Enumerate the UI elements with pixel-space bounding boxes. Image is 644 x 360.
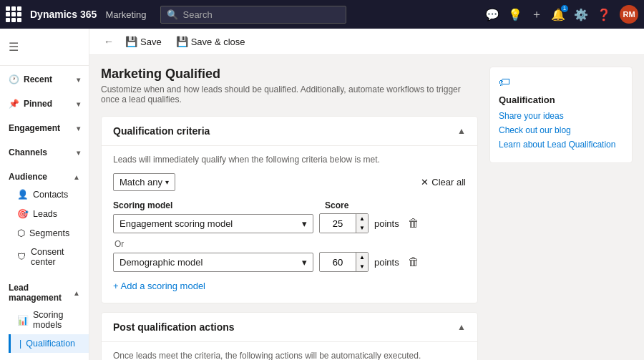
post-qual-card-header[interactable]: Post qualification actions ▲ (102, 313, 477, 342)
save-button[interactable]: 💾 Save (119, 33, 167, 50)
main-content: ← 💾 Save 💾 Save & close Marketing Qualif… (89, 29, 644, 360)
scoring-row-2: Demographic model ▾ ▲ ▼ points (113, 252, 466, 272)
hamburger-icon[interactable]: ☰ (0, 34, 89, 59)
user-avatar[interactable]: RM (620, 5, 638, 24)
sidebar-audience-section: Audience ▲ 👤 Contacts 🎯 Leads ⬡ Segments… (0, 163, 89, 274)
audience-chevron: ▲ (73, 173, 80, 181)
scoring-model-select-2[interactable]: Demographic model ▾ (113, 253, 313, 272)
help-link-2[interactable]: Check out our blog (499, 125, 623, 135)
search-icon: 🔍 (167, 9, 178, 20)
clear-all-label: Clear all (431, 177, 466, 188)
post-qual-description: Once leads meet the criteria, the follow… (113, 351, 466, 360)
clear-all-button[interactable]: ✕ Clear all (421, 177, 466, 188)
delete-row-1-button[interactable]: 🗑 (405, 214, 422, 233)
sidebar-item-contacts[interactable]: 👤 Contacts (9, 185, 89, 204)
help-card-icon: 🏷 (499, 76, 623, 89)
help-link-1[interactable]: Share your ideas (499, 111, 623, 121)
sidebar-channels-section: Channels ▾ (0, 139, 89, 163)
col-scoring-model-label: Scoring model (113, 200, 172, 210)
notification-icon[interactable]: 🔔 1 (551, 8, 565, 21)
criteria-card-header[interactable]: Qualification criteria ▲ (102, 117, 477, 146)
sidebar-recent-section: 🕐 Recent ▾ (0, 66, 89, 90)
content-main: Marketing Qualified Customize when and h… (101, 67, 478, 349)
help-card: 🏷 Qualification Share your ideas Check o… (489, 67, 633, 163)
plus-icon[interactable]: ＋ (531, 7, 542, 22)
score-down-2[interactable]: ▼ (356, 262, 368, 271)
match-selected-value: Match any (119, 177, 162, 188)
pinned-icon: 📌 (9, 99, 19, 109)
scoring-model-2-value: Demographic model (119, 257, 203, 268)
match-select[interactable]: Match any ▾ (113, 173, 175, 191)
leads-label: Leads (33, 209, 57, 219)
content-area: Marketing Qualified Customize when and h… (89, 55, 644, 360)
sidebar-leadmgmt-section: Lead management ▲ 📊 Scoring models | Qua… (0, 274, 89, 356)
help-icon[interactable]: ❓ (597, 8, 611, 21)
post-qual-collapse-icon: ▲ (457, 322, 466, 332)
score-input-wrap-2: ▲ ▼ (319, 252, 369, 272)
score-spinners-1: ▲ ▼ (356, 214, 368, 233)
or-connector: Or (113, 239, 466, 249)
sidebar-engagement-header[interactable]: Engagement ▾ (0, 117, 89, 136)
sidebar-pinned-header[interactable]: 📌 Pinned ▾ (0, 93, 89, 112)
criteria-card-title: Qualification criteria (113, 125, 210, 137)
sidebar-audience-header[interactable]: Audience ▲ (0, 166, 89, 185)
brand-label: Dynamics 365 (30, 9, 97, 20)
save-close-label: Save & close (191, 37, 245, 47)
scoring-model-1-chevron: ▾ (302, 218, 307, 229)
engagement-label: Engagement (9, 123, 60, 133)
scoring-model-select-1[interactable]: Engagement scoring model ▾ (113, 214, 313, 233)
app-label: Marketing (105, 9, 146, 20)
criteria-controls: Match any ▾ ✕ Clear all (113, 173, 466, 191)
criteria-description: Leads will immediately qualify when the … (113, 155, 466, 165)
scoring-models-label: Scoring models (33, 310, 80, 330)
score-input-2[interactable] (320, 253, 356, 271)
qualification-criteria-card: Qualification criteria ▲ Leads will imme… (101, 116, 478, 303)
chat-icon[interactable]: 💬 (485, 8, 499, 21)
col-score-label: Score (325, 200, 348, 210)
leads-icon: 🎯 (17, 208, 29, 219)
add-scoring-model-button[interactable]: + Add a scoring model (113, 278, 205, 294)
back-button[interactable]: ← (101, 33, 117, 50)
sidebar-item-segments[interactable]: ⬡ Segments (9, 223, 89, 243)
topbar-icons: 💬 💡 ＋ 🔔 1 ⚙️ ❓ RM (485, 5, 638, 24)
sidebar-top: ☰ (0, 29, 89, 66)
audience-label: Audience (9, 172, 47, 182)
sidebar-item-consent[interactable]: 🛡 Consent center (9, 243, 89, 271)
leadmgmt-sub: 📊 Scoring models | Qualification (0, 306, 89, 353)
delete-row-2-button[interactable]: 🗑 (405, 253, 422, 271)
col-headers: Scoring model Score (113, 200, 466, 210)
qualification-label: Qualification (26, 339, 75, 349)
score-up-1[interactable]: ▲ (356, 214, 368, 223)
score-spinners-2: ▲ ▼ (356, 253, 368, 271)
app-launcher-icon[interactable] (6, 6, 21, 22)
recent-label: Recent (24, 74, 52, 84)
points-label-1: points (374, 218, 399, 229)
points-label-2: points (374, 257, 399, 268)
toolbar: ← 💾 Save 💾 Save & close (89, 29, 644, 55)
sidebar-item-qualification[interactable]: | Qualification (9, 334, 89, 353)
recent-chevron: ▾ (77, 76, 80, 84)
contacts-icon: 👤 (17, 189, 29, 200)
search-input[interactable] (182, 9, 340, 20)
sidebar-item-leads[interactable]: 🎯 Leads (9, 204, 89, 223)
leadmgmt-label: Lead management (9, 283, 73, 303)
search-box[interactable]: 🔍 (160, 6, 346, 24)
lightbulb-icon[interactable]: 💡 (508, 8, 522, 21)
sidebar-item-scoring-models[interactable]: 📊 Scoring models (9, 306, 89, 334)
save-close-button[interactable]: 💾 Save & close (170, 33, 251, 50)
sidebar-leadmgmt-header[interactable]: Lead management ▲ (0, 277, 89, 306)
help-link-3[interactable]: Learn about Lead Qualification (499, 140, 623, 150)
channels-chevron: ▾ (77, 149, 80, 157)
post-qual-title: Post qualification actions (113, 321, 235, 333)
sidebar-channels-header[interactable]: Channels ▾ (0, 142, 89, 160)
settings-icon[interactable]: ⚙️ (574, 8, 588, 21)
save-label: Save (140, 37, 162, 47)
topbar: Dynamics 365 Marketing 🔍 💬 💡 ＋ 🔔 1 ⚙️ ❓ … (0, 0, 644, 29)
score-input-1[interactable] (320, 215, 356, 233)
score-down-1[interactable]: ▼ (356, 223, 368, 233)
score-up-2[interactable]: ▲ (356, 253, 368, 262)
post-qual-card-body: Once leads meet the criteria, the follow… (102, 342, 477, 360)
leadmgmt-chevron: ▲ (73, 289, 80, 297)
sidebar-recent-header[interactable]: 🕐 Recent ▾ (0, 69, 89, 87)
channels-label: Channels (9, 147, 47, 157)
